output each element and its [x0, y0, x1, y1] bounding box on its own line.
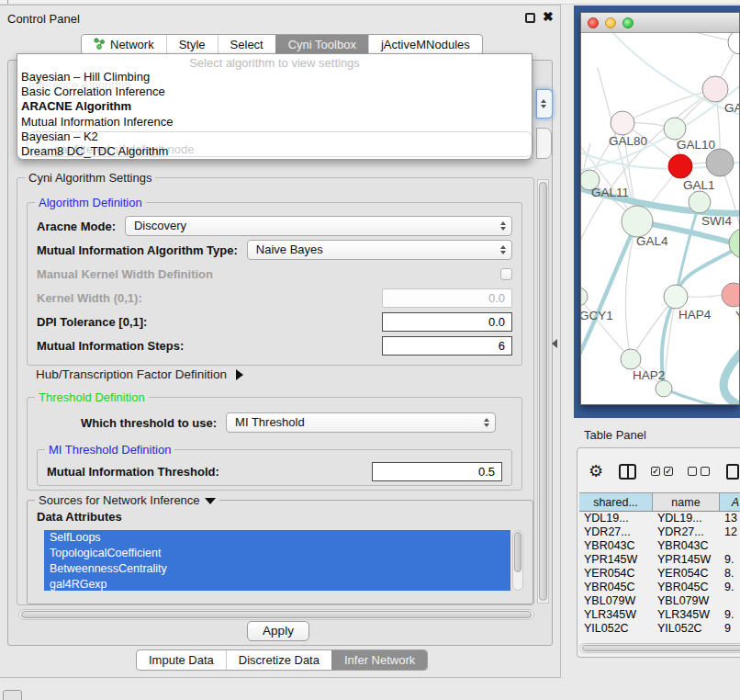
algorithm-option[interactable]: Bayesian – K2: [17, 130, 532, 144]
table-row[interactable]: YLR345WYLR345W9.: [579, 608, 740, 622]
minimize-traffic-light-icon[interactable]: [605, 17, 616, 28]
network-node[interactable]: [706, 149, 734, 176]
tab-cyni-toolbox[interactable]: Cyni Toolbox: [275, 35, 368, 54]
hub-factor-expander[interactable]: Hub/Transcription Factor Definition: [36, 367, 243, 381]
network-canvas[interactable]: GALGAL80GAL10GAL1SWI4GAL11GAL4GCY1HAP4YH…: [581, 33, 739, 404]
select-all-icon[interactable]: ✓✓: [651, 467, 673, 476]
close-traffic-light-icon[interactable]: [588, 17, 599, 28]
data-attributes-list[interactable]: SelfLoopsTopologicalCoefficientBetweenne…: [44, 530, 510, 591]
network-node[interactable]: [664, 118, 686, 140]
attributes-scrollbar[interactable]: [512, 530, 523, 591]
algorithm-option[interactable]: ARACNE Algorithm: [17, 99, 532, 114]
table-hscroll-thumb[interactable]: [582, 645, 740, 651]
tab-network[interactable]: Network: [82, 35, 166, 54]
table-cell: YPR145W: [653, 553, 720, 567]
network-node[interactable]: [664, 285, 688, 309]
network-node[interactable]: [689, 191, 711, 213]
algorithm-option[interactable]: Dream8 DC_TDC Algorithm: [17, 144, 532, 159]
network-edge: [676, 202, 700, 297]
table-horizontal-scrollbar[interactable]: [579, 643, 740, 653]
split-pane-icon[interactable]: [619, 464, 636, 480]
table-cell: YBR045C: [653, 581, 720, 594]
network-selector-combo-fragment[interactable]: [536, 128, 552, 159]
network-view-window[interactable]: GALGAL80GAL10GAL1SWI4GAL11GAL4GCY1HAP4YH…: [580, 12, 740, 405]
attribute-item[interactable]: SelfLoops: [44, 530, 510, 546]
aracne-mode-combo[interactable]: Discovery: [125, 216, 512, 236]
node-label: HAP2: [633, 368, 665, 382]
close-icon[interactable]: ✖: [543, 9, 554, 24]
table-toolbar: ⚙ ✓✓: [589, 459, 739, 483]
mi-steps-field[interactable]: 6: [382, 336, 512, 356]
kernel-width-field[interactable]: 0.0: [382, 288, 512, 308]
attributes-scrollbar-thumb[interactable]: [514, 532, 521, 572]
zoom-traffic-light-icon[interactable]: [622, 17, 633, 28]
sources-group: Sources for Network Inference Data Attri…: [27, 500, 533, 604]
inference-algorithm-combo-fragment[interactable]: [536, 89, 553, 119]
algorithm-option[interactable]: Basic Correlation Inference: [17, 85, 532, 99]
aracne-mode-label: Aracne Mode:: [37, 220, 116, 233]
which-threshold-value: MI Threshold: [235, 415, 305, 429]
table-row[interactable]: YBL079WYBL079W: [579, 594, 740, 608]
network-node[interactable]: [702, 76, 728, 102]
attribute-item[interactable]: BetweennessCentrality: [44, 561, 510, 577]
tab-select[interactable]: Select: [218, 35, 275, 54]
tab-infer-network[interactable]: Infer Network: [331, 650, 427, 670]
settings-vscroll-thumb[interactable]: [539, 182, 547, 601]
network-window-titlebar[interactable]: [581, 13, 739, 33]
network-node[interactable]: [611, 111, 634, 135]
table-cell: YBR045C: [579, 581, 653, 594]
settings-hscroll-thumb[interactable]: [21, 611, 532, 618]
manual-kernel-checkbox[interactable]: [500, 268, 512, 280]
document-icon[interactable]: [726, 464, 739, 480]
table-row[interactable]: YBR043CYBR043C: [579, 539, 740, 553]
algorithm-option[interactable]: Bayesian – Hill Climbing: [17, 70, 532, 85]
network-edge: [581, 297, 631, 359]
network-node[interactable]: [622, 206, 653, 237]
column-header-shared[interactable]: shared...: [579, 493, 653, 511]
table-cell: YLR345W: [579, 608, 653, 622]
algorithm-dropdown-popup: Inference Algorithm gal-filtered sif def…: [17, 53, 533, 160]
settings-horizontal-scrollbar[interactable]: [18, 609, 534, 620]
tab-jactivemnodules[interactable]: jActiveMNodules: [368, 35, 482, 54]
table-cell: YPR145W: [579, 553, 653, 567]
table-row[interactable]: YBR045CYBR045C9.: [579, 581, 740, 594]
tab-network-label: Network: [110, 38, 154, 51]
tab-impute-data-label: Impute Data: [149, 653, 214, 667]
float-window-icon[interactable]: [525, 13, 535, 23]
tab-discretize-data[interactable]: Discretize Data: [226, 650, 331, 670]
tab-style[interactable]: Style: [166, 35, 218, 54]
partial-bottom-button[interactable]: [3, 690, 22, 700]
table-row[interactable]: YDL19...YDL19...13: [579, 512, 740, 525]
deselect-all-icon[interactable]: [688, 467, 710, 476]
table-row[interactable]: YDR27...YDR27...12: [579, 525, 740, 539]
attribute-item[interactable]: gal4RGexp: [44, 577, 510, 591]
splitter-collapse-icon[interactable]: [552, 339, 557, 348]
table-row[interactable]: YIL052CYIL052C9: [579, 622, 740, 636]
algorithm-option[interactable]: Mutual Information Inference: [17, 115, 532, 130]
table-row[interactable]: YPR145WYPR145W9.: [579, 553, 740, 567]
network-node[interactable]: [668, 154, 692, 178]
attribute-item[interactable]: TopologicalCoefficient: [44, 546, 510, 561]
table-cell: YBL079W: [579, 594, 653, 608]
mi-threshold-field[interactable]: 0.5: [372, 462, 502, 481]
dpi-tolerance-field[interactable]: 0.0: [382, 312, 512, 332]
mi-steps-label: Mutual Information Steps:: [37, 339, 184, 353]
network-node[interactable]: [621, 349, 641, 369]
network-node[interactable]: [722, 283, 739, 307]
settings-vertical-scrollbar[interactable]: [537, 179, 549, 604]
column-header-name[interactable]: name: [653, 493, 720, 511]
network-node[interactable]: [656, 380, 672, 397]
gear-icon[interactable]: ⚙: [589, 461, 603, 481]
network-node[interactable]: [728, 33, 739, 54]
apply-button[interactable]: Apply: [247, 621, 309, 641]
control-panel-titlebar: Control Panel ✖: [0, 6, 560, 31]
which-threshold-combo[interactable]: MI Threshold: [226, 412, 496, 433]
network-node[interactable]: [581, 288, 588, 306]
tab-impute-data[interactable]: Impute Data: [137, 650, 226, 670]
collapse-arrow-icon[interactable]: [205, 498, 216, 504]
table-row[interactable]: YER054CYER054C8.: [579, 567, 740, 581]
column-header-clipped[interactable]: A: [720, 493, 740, 511]
table-cell: 9.: [720, 553, 740, 567]
node-label: Y: [735, 309, 739, 322]
mi-type-combo[interactable]: Naive Bayes: [247, 240, 512, 260]
